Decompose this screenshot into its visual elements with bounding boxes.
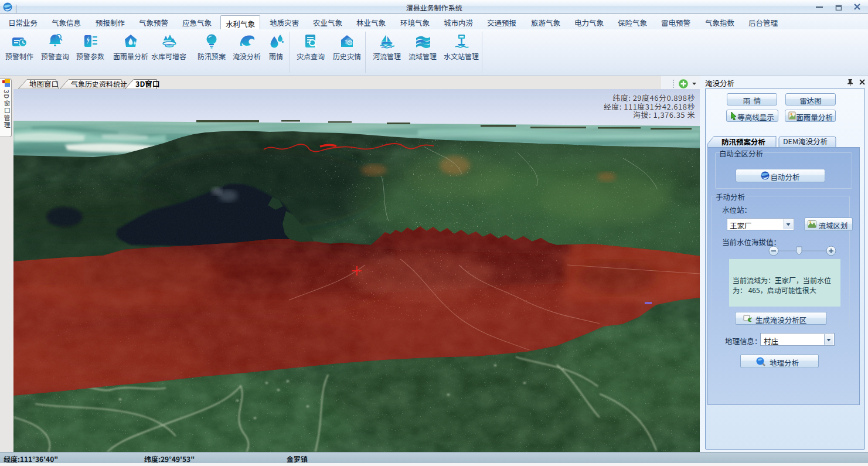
svg-text:DEM淹没分析: DEM淹没分析 xyxy=(783,135,828,147)
svg-text:7: 7 xyxy=(345,39,348,45)
svg-text:防汛预案分析: 防汛预案分析 xyxy=(721,136,765,147)
svg-text:3D窗口: 3D窗口 xyxy=(135,78,159,89)
svg-text:地图窗口: 地图窗口 xyxy=(29,78,59,89)
svg-text:气象历史资料统计: 气象历史资料统计 xyxy=(71,79,127,89)
